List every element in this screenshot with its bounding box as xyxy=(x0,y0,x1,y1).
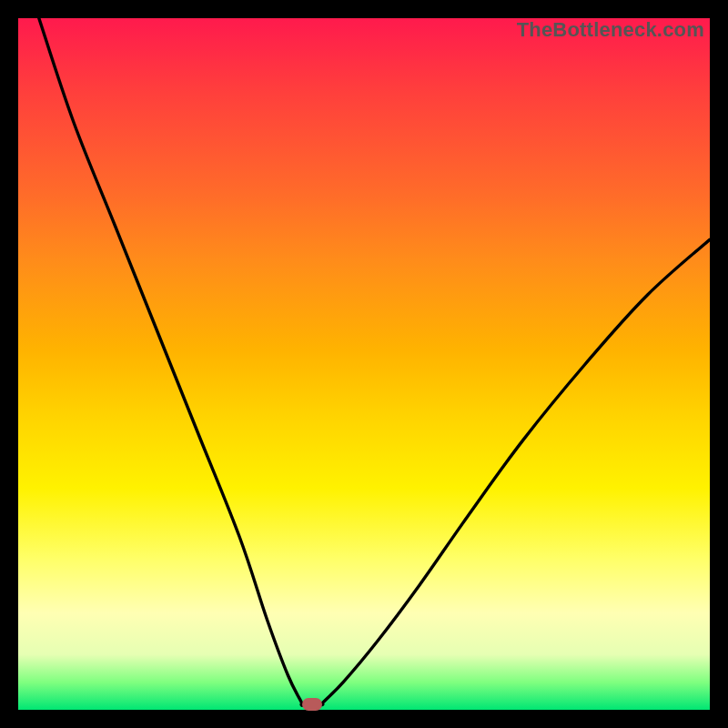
chart-frame: TheBottleneck.com xyxy=(0,0,728,728)
curve-path xyxy=(39,18,710,705)
minimum-marker xyxy=(302,698,322,711)
plot-area: TheBottleneck.com xyxy=(18,18,710,710)
attribution-watermark: TheBottleneck.com xyxy=(517,18,704,42)
bottleneck-curve xyxy=(18,18,710,710)
